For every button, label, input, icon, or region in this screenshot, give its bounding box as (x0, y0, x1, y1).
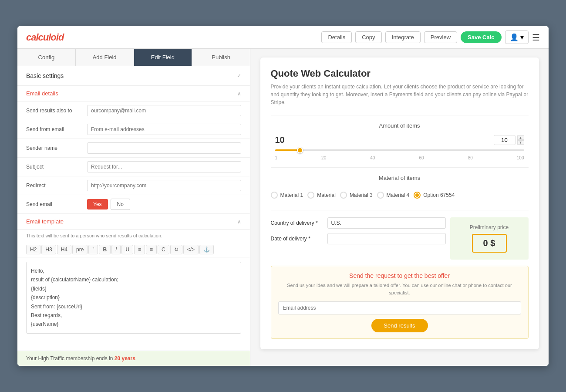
toolbar-center[interactable]: C (158, 245, 169, 254)
send-email-row: Send email Yes No (17, 195, 250, 214)
send-from-input[interactable] (87, 124, 241, 135)
preview-button[interactable]: Preview (424, 31, 457, 43)
radio-label-3: Material 4 (387, 192, 410, 198)
radio-item-4[interactable]: Option 67554 (414, 192, 455, 199)
toolbar-code[interactable]: </> (183, 245, 199, 254)
redirect-input[interactable] (87, 180, 241, 191)
toolbar-h3[interactable]: H3 (41, 245, 56, 254)
toolbar-pre[interactable]: pre (72, 245, 88, 254)
redirect-label: Redirect (26, 182, 87, 189)
yes-button[interactable]: Yes (87, 199, 108, 210)
copy-button[interactable]: Copy (355, 31, 381, 43)
send-results-input[interactable] (87, 105, 241, 116)
tab-add-field[interactable]: Add Field (76, 49, 134, 66)
country-input[interactable] (327, 217, 446, 229)
email-address-input[interactable] (278, 301, 521, 314)
toolbar-link[interactable]: ⚓ (199, 245, 214, 254)
send-from-label: Send from email (26, 126, 87, 132)
spinner-down[interactable]: ▼ (517, 140, 524, 145)
preview-card: Quote Web Calculator Provide your client… (260, 57, 539, 349)
basic-settings-chevron: ✓ (237, 73, 241, 79)
sender-name-label: Sender name (26, 145, 87, 151)
slider-label: Amount of items (271, 122, 529, 129)
toolbar-h4[interactable]: H4 (57, 245, 71, 254)
basic-settings-header[interactable]: Basic settings ✓ (17, 66, 250, 86)
radio-label-2: Material 3 (350, 192, 373, 198)
date-field-row: Date of delivery * (271, 233, 446, 244)
save-calc-button[interactable]: Save Calc (461, 31, 501, 43)
slider-label-40: 40 (370, 155, 375, 160)
editor-line-6: Best regards, (31, 311, 236, 320)
send-request-box: Send the request to get the best offer S… (271, 266, 529, 339)
toolbar-ul[interactable]: ≡ (146, 245, 157, 254)
subject-row: Subject (17, 158, 250, 176)
radio-item-3[interactable]: Material 4 (377, 192, 410, 199)
preview-desc: Provide your clients an instant quote ca… (271, 83, 529, 106)
editor-line-4: {description} (31, 293, 236, 302)
toolbar-h2[interactable]: H2 (26, 245, 40, 254)
subject-label: Subject (26, 164, 87, 170)
tab-publish[interactable]: Publish (192, 49, 250, 66)
toolbar-quote[interactable]: ” (88, 245, 98, 254)
toolbar-bold[interactable]: B (99, 245, 111, 254)
send-request-desc: Send us your idea and we will prepare a … (278, 282, 521, 296)
integrate-button[interactable]: Integrate (385, 31, 421, 43)
radio-circle-3 (377, 192, 384, 199)
radio-item-0[interactable]: Material 1 (271, 192, 303, 199)
menu-icon-button[interactable]: ☰ (532, 32, 540, 43)
date-input[interactable] (327, 233, 446, 244)
no-button[interactable]: No (111, 199, 130, 210)
sender-name-input[interactable] (87, 142, 241, 154)
radio-circle-2 (340, 192, 347, 199)
editor-line-7: {userName} (31, 320, 236, 328)
right-panel: Quote Web Calculator Provide your client… (250, 49, 549, 366)
slider-labels: 1 20 40 60 80 100 (275, 155, 524, 160)
slider-track[interactable] (275, 149, 524, 151)
user-icon-button[interactable]: 👤 ▾ (505, 30, 529, 44)
email-editor-area[interactable]: Hello, result of {calculatorName} calcul… (26, 262, 241, 334)
basic-settings-title: Basic settings (26, 72, 64, 79)
slider-current-value: 10 (275, 135, 285, 145)
details-button[interactable]: Details (321, 31, 352, 43)
price-box: Preliminary price 0 $ (450, 217, 529, 260)
toolbar-italic[interactable]: I (111, 245, 121, 254)
spinner-up[interactable]: ▲ (517, 135, 524, 140)
tab-edit-field[interactable]: Edit Field (134, 49, 192, 66)
tab-config[interactable]: Config (17, 49, 76, 66)
main-content: Config Add Field Edit Field Publish Basi… (17, 49, 549, 366)
template-info: This text will be sent to a person who s… (17, 230, 250, 242)
email-details-title: Email details (26, 90, 58, 97)
email-template-chevron: ∧ (237, 219, 241, 225)
radio-item-1[interactable]: Material (307, 192, 336, 199)
editor-toolbar: H2 H3 H4 pre ” B I U ≡ ≡ C ↻ </> ⚓ (17, 242, 250, 257)
bottom-bar-text-after: . (135, 355, 137, 362)
radio-item-2[interactable]: Material 3 (340, 192, 373, 199)
send-results-button[interactable]: Send results (371, 319, 428, 332)
delivery-row: Country of delivery * Date of delivery *… (271, 217, 529, 260)
slider-container: 10 ▲ ▼ 1 20 40 (271, 135, 529, 160)
subject-input[interactable] (87, 161, 241, 172)
radio-circle-4 (414, 192, 421, 199)
email-details-header[interactable]: Email details ∧ (17, 86, 250, 101)
editor-line-3: {fields} (31, 284, 236, 293)
email-template-header[interactable]: Email template ∧ (17, 214, 250, 230)
bottom-bar-highlight: 20 years (115, 355, 135, 362)
left-panel: Config Add Field Edit Field Publish Basi… (17, 49, 250, 366)
top-bar: calculoid Details Copy Integrate Preview… (17, 26, 549, 49)
delivery-fields: Country of delivery * Date of delivery * (271, 217, 446, 249)
price-label: Preliminary price (470, 224, 509, 230)
divider-1 (271, 115, 529, 115)
slider-label-60: 60 (419, 155, 424, 160)
slider-input-box[interactable] (494, 135, 515, 145)
toolbar-underline[interactable]: U (121, 245, 133, 254)
toolbar-ol[interactable]: ≡ (134, 245, 145, 254)
slider-value-row: 10 ▲ ▼ (275, 135, 524, 145)
send-request-title: Send the request to get the best offer (278, 272, 521, 279)
country-field-row: Country of delivery * (271, 217, 446, 229)
divider-3 (271, 210, 529, 210)
toolbar-redo[interactable]: ↻ (170, 245, 182, 254)
date-label: Date of delivery * (271, 236, 327, 242)
editor-line-1: Hello, (31, 267, 236, 275)
slider-thumb[interactable] (297, 147, 303, 153)
email-template-title: Email template (26, 218, 64, 225)
